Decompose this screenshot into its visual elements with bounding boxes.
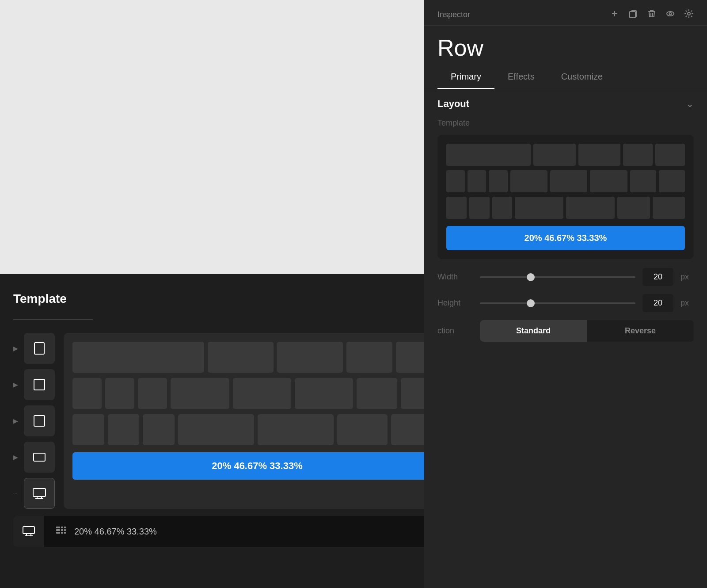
insp-layout-block[interactable] <box>446 197 467 219</box>
direction-control-row: ction Standard Reverse <box>437 320 694 342</box>
insp-layout-block[interactable] <box>489 170 507 192</box>
copy-icon[interactable] <box>628 9 638 21</box>
arrow-icon-4: ▶ <box>13 454 20 461</box>
layout-block[interactable] <box>357 378 398 409</box>
inspector-panel: Inspector <box>424 0 707 588</box>
inspector-header: Inspector <box>424 0 707 26</box>
insp-layout-block[interactable] <box>578 144 621 166</box>
template-icon-btn-5[interactable] <box>24 478 55 509</box>
layout-block[interactable] <box>277 342 343 373</box>
svg-rect-13 <box>61 527 63 528</box>
insp-layout-block[interactable] <box>515 197 563 219</box>
section-header-layout: Layout ⌄ <box>437 98 694 110</box>
insp-layout-block[interactable] <box>533 144 576 166</box>
layout-block[interactable] <box>72 342 204 373</box>
layout-row-3 <box>72 414 442 445</box>
template-icon-row-2: ▶ <box>13 369 55 400</box>
layout-block[interactable] <box>138 378 167 409</box>
arrow-icon-2: ▶ <box>13 381 20 388</box>
chevron-down-icon[interactable]: ⌄ <box>686 99 694 109</box>
gear-icon[interactable] <box>684 9 694 21</box>
portrait-icon <box>33 342 46 355</box>
layout-block[interactable] <box>143 414 175 445</box>
template-icon-btn-4[interactable] <box>24 442 55 473</box>
layout-block[interactable] <box>208 342 274 373</box>
layout-block[interactable] <box>295 378 353 409</box>
layout-block[interactable] <box>108 414 140 445</box>
svg-rect-4 <box>33 489 46 496</box>
layout-block[interactable] <box>258 414 334 445</box>
svg-rect-0 <box>34 343 44 354</box>
insp-layout-block[interactable] <box>617 197 650 219</box>
width-value[interactable]: 20 <box>642 268 673 286</box>
svg-rect-17 <box>64 529 66 531</box>
height-slider[interactable] <box>480 302 635 304</box>
svg-point-25 <box>669 13 672 15</box>
template-bottom-monitor-icon[interactable] <box>13 516 44 547</box>
tab-effects[interactable]: Effects <box>494 65 548 89</box>
template-icon-row-5: ··· <box>13 478 55 509</box>
insp-layout-block[interactable] <box>566 197 615 219</box>
monitor-bottom-icon <box>23 525 35 538</box>
inspector-layout-section: Layout ⌄ Template <box>424 89 707 359</box>
layout-block[interactable] <box>178 414 254 445</box>
insp-layout-block[interactable] <box>469 197 490 219</box>
svg-rect-14 <box>64 527 66 528</box>
template-icon-btn-3[interactable] <box>24 405 55 436</box>
grid-icon <box>53 523 69 539</box>
width-slider-thumb[interactable] <box>527 273 535 281</box>
layout-block[interactable] <box>72 414 104 445</box>
layout-block[interactable] <box>72 378 102 409</box>
insp-layout-selected-button[interactable]: 20% 46.67% 33.33% <box>446 226 685 250</box>
tab-customize[interactable]: Customize <box>548 65 616 89</box>
height-value[interactable]: 20 <box>642 294 673 312</box>
template-icon-row-4: ▶ <box>13 442 55 473</box>
insp-layout-block[interactable] <box>468 170 486 192</box>
template-bottom-bar: 20% 46.67% 33.33% <box>13 516 451 547</box>
template-icon-btn-2[interactable] <box>24 369 55 400</box>
svg-rect-15 <box>56 529 60 531</box>
layout-block[interactable] <box>171 378 229 409</box>
insp-layout-block[interactable] <box>446 144 531 166</box>
copy-svg <box>628 9 638 19</box>
insp-layout-block[interactable] <box>446 170 465 192</box>
insp-layout-block[interactable] <box>659 170 685 192</box>
layout-block[interactable] <box>233 378 291 409</box>
width-unit: px <box>680 272 694 282</box>
layout-block[interactable] <box>105 378 134 409</box>
svg-rect-8 <box>23 527 34 534</box>
direction-reverse-button[interactable]: Reverse <box>587 320 694 342</box>
plus-icon[interactable] <box>610 9 620 21</box>
layout-block[interactable] <box>337 414 388 445</box>
svg-point-26 <box>688 12 690 15</box>
svg-rect-16 <box>61 529 63 531</box>
insp-layout-block[interactable] <box>623 144 653 166</box>
insp-layout-block[interactable] <box>510 170 547 192</box>
template-panel: Template ▶ ▶ ▶ <box>0 274 464 588</box>
layout-selected-button[interactable]: 20% 46.67% 33.33% <box>72 452 442 480</box>
insp-layout-block[interactable] <box>492 197 513 219</box>
trash-svg <box>647 9 657 19</box>
height-control-row: Height 20 px <box>437 294 694 312</box>
trash-icon[interactable] <box>647 9 657 21</box>
eye-icon[interactable] <box>665 9 675 21</box>
arrow-icon-1: ▶ <box>13 345 20 352</box>
direction-standard-button[interactable]: Standard <box>480 320 587 342</box>
insp-layout-block[interactable] <box>655 144 685 166</box>
insp-layout-block[interactable] <box>550 170 587 192</box>
template-bottom-text: 20% 46.67% 33.33% <box>74 527 157 537</box>
inspector-tabs: Primary Effects Customize <box>424 65 707 89</box>
width-slider[interactable] <box>480 276 635 278</box>
direction-button-group: Standard Reverse <box>480 320 694 342</box>
gear-svg <box>684 9 694 19</box>
template-label: Template <box>437 118 694 128</box>
layout-block[interactable] <box>346 342 392 373</box>
insp-layout-block[interactable] <box>653 197 685 219</box>
inspector-header-icons <box>610 9 694 21</box>
template-layout-area: 20% 46.67% 33.33% <box>64 333 451 509</box>
insp-layout-block[interactable] <box>630 170 656 192</box>
template-icon-btn-1[interactable] <box>24 333 55 364</box>
height-slider-thumb[interactable] <box>527 299 535 307</box>
tab-primary[interactable]: Primary <box>437 65 494 89</box>
insp-layout-block[interactable] <box>590 170 627 192</box>
